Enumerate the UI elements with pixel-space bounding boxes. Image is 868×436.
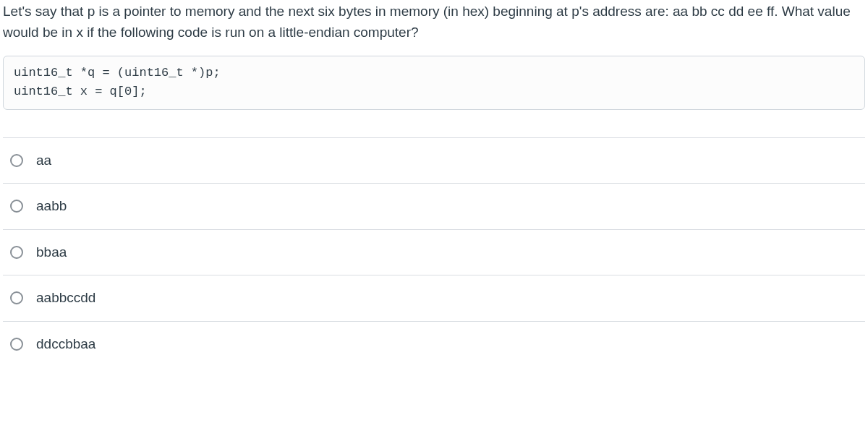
- option-label: bbaa: [36, 242, 67, 263]
- option-row[interactable]: aabbccdd: [3, 275, 865, 322]
- code-line-2: uint16_t x = q[0];: [14, 82, 854, 101]
- radio-icon[interactable]: [10, 246, 23, 259]
- option-label: aa: [36, 150, 51, 171]
- code-line-1: uint16_t *q = (uint16_t *)p;: [14, 64, 854, 82]
- radio-icon[interactable]: [10, 200, 23, 213]
- radio-icon[interactable]: [10, 154, 23, 167]
- option-row[interactable]: aabb: [3, 184, 865, 230]
- option-row[interactable]: ddccbbaa: [3, 322, 865, 367]
- code-block: uint16_t *q = (uint16_t *)p; uint16_t x …: [3, 56, 865, 110]
- option-row[interactable]: bbaa: [3, 230, 865, 276]
- option-label: ddccbbaa: [36, 334, 95, 355]
- radio-icon[interactable]: [10, 338, 23, 351]
- option-row[interactable]: aa: [3, 138, 865, 184]
- radio-icon[interactable]: [10, 291, 23, 304]
- option-label: aabb: [36, 196, 67, 217]
- options-list: aa aabb bbaa aabbccdd ddccbbaa: [3, 137, 865, 367]
- question-text: Let's say that p is a pointer to memory …: [3, 1, 865, 43]
- option-label: aabbccdd: [36, 288, 95, 309]
